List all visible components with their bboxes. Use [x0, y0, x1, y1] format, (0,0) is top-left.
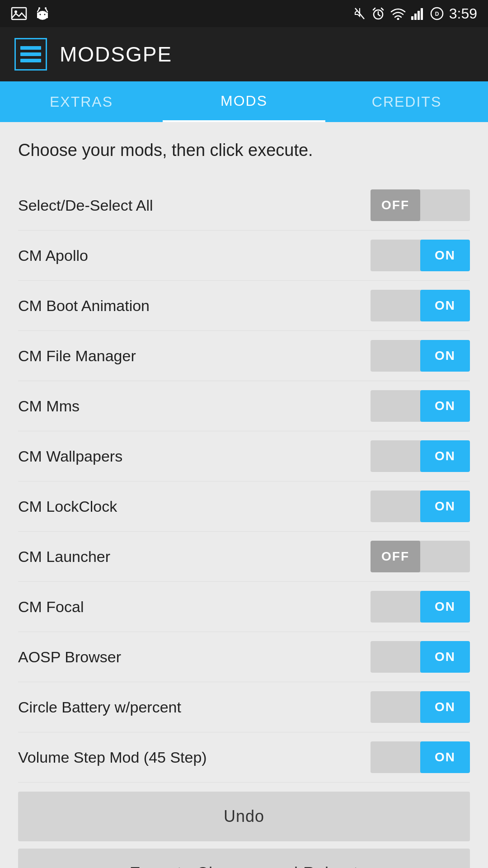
- toggle-cm-launcher[interactable]: OFF: [371, 541, 470, 572]
- mod-row-circle-battery: Circle Battery w/percentON: [18, 682, 470, 732]
- image-icon: [11, 5, 27, 22]
- mod-row-cm-wallpapers: CM WallpapersON: [18, 431, 470, 481]
- svg-line-15: [381, 8, 383, 10]
- instruction-text: Choose your mods, then click execute.: [18, 138, 470, 162]
- app-title: MODSGPE: [60, 42, 172, 66]
- tab-mods[interactable]: MODS: [163, 81, 325, 122]
- signal-icon: [411, 7, 425, 20]
- mod-label-volume-step: Volume Step Mod (45 Step): [18, 749, 207, 766]
- svg-text:D: D: [435, 11, 439, 17]
- toggle-thumb-cm-wallpapers: ON: [420, 440, 470, 472]
- svg-rect-17: [411, 16, 413, 20]
- tab-bar: EXTRAS MODS CREDITS: [0, 81, 488, 122]
- toggle-thumb-cm-focal: ON: [420, 591, 470, 623]
- mod-label-cm-boot-animation: CM Boot Animation: [18, 297, 150, 315]
- mod-list: Select/De-Select AllOFFCM ApolloONCM Boo…: [18, 180, 470, 783]
- app-bar: MODSGPE: [0, 27, 488, 81]
- toggle-circle-battery[interactable]: ON: [371, 691, 470, 723]
- mod-row-cm-focal: CM FocalON: [18, 582, 470, 632]
- mod-row-cm-boot-animation: CM Boot AnimationON: [18, 281, 470, 331]
- status-time: 3:59: [449, 5, 477, 22]
- svg-rect-20: [421, 8, 423, 20]
- toggle-cm-mms[interactable]: ON: [371, 390, 470, 422]
- toggle-thumb-cm-mms: ON: [420, 390, 470, 422]
- svg-rect-3: [37, 13, 48, 18]
- svg-point-8: [38, 7, 40, 9]
- toggle-thumb-cm-lockclock: ON: [420, 491, 470, 522]
- toggle-volume-step[interactable]: ON: [371, 741, 470, 773]
- svg-point-16: [397, 18, 399, 20]
- toggle-thumb-volume-step: ON: [420, 741, 470, 773]
- mod-label-cm-launcher: CM Launcher: [18, 548, 110, 566]
- mod-row-cm-file-manager: CM File ManagerON: [18, 331, 470, 381]
- tab-credits[interactable]: CREDITS: [325, 81, 488, 122]
- svg-rect-0: [12, 8, 26, 19]
- toggle-thumb-cm-launcher: OFF: [371, 541, 420, 572]
- mod-label-cm-lockclock: CM LockClock: [18, 498, 117, 515]
- mod-label-aosp-browser: AOSP Browser: [18, 648, 121, 666]
- tab-extras[interactable]: EXTRAS: [0, 81, 163, 122]
- toggle-cm-apollo[interactable]: ON: [371, 240, 470, 271]
- svg-line-6: [38, 9, 39, 12]
- toggle-thumb-select-all: OFF: [371, 189, 420, 221]
- logo-line-2: [20, 52, 41, 56]
- logo-line-3: [20, 59, 41, 62]
- mod-label-cm-file-manager: CM File Manager: [18, 347, 136, 365]
- status-bar-left-icons: [11, 5, 51, 22]
- svg-line-13: [378, 14, 380, 16]
- status-bar: D 3:59: [0, 0, 488, 27]
- toggle-thumb-cm-boot-animation: ON: [420, 290, 470, 321]
- toggle-cm-file-manager[interactable]: ON: [371, 340, 470, 372]
- mod-row-aosp-browser: AOSP BrowserON: [18, 632, 470, 682]
- mod-row-select-all: Select/De-Select AllOFF: [18, 180, 470, 231]
- toggle-thumb-aosp-browser: ON: [420, 641, 470, 673]
- execute-button[interactable]: Execute Changes and Reboot: [18, 849, 470, 868]
- svg-point-4: [40, 14, 41, 15]
- mod-row-cm-launcher: CM LauncherOFF: [18, 532, 470, 582]
- main-content: Choose your mods, then click execute. Se…: [0, 122, 488, 868]
- mod-label-cm-apollo: CM Apollo: [18, 247, 88, 264]
- mod-row-volume-step: Volume Step Mod (45 Step)ON: [18, 732, 470, 783]
- alarm-icon: [371, 6, 385, 21]
- mod-row-cm-lockclock: CM LockClockON: [18, 481, 470, 532]
- app-logo: [14, 38, 47, 71]
- undo-button[interactable]: Undo: [18, 792, 470, 841]
- mute-icon: [353, 6, 366, 21]
- data-icon: D: [430, 7, 444, 20]
- mod-row-cm-apollo: CM ApolloON: [18, 231, 470, 281]
- mod-row-cm-mms: CM MmsON: [18, 381, 470, 431]
- toggle-thumb-cm-file-manager: ON: [420, 340, 470, 372]
- toggle-cm-lockclock[interactable]: ON: [371, 491, 470, 522]
- status-bar-right-icons: D 3:59: [353, 5, 477, 22]
- mod-label-circle-battery: Circle Battery w/percent: [18, 698, 181, 716]
- toggle-cm-wallpapers[interactable]: ON: [371, 440, 470, 472]
- svg-point-9: [45, 7, 47, 9]
- svg-point-5: [44, 14, 46, 15]
- wifi-icon: [390, 7, 406, 20]
- svg-point-1: [14, 10, 17, 13]
- mod-label-cm-focal: CM Focal: [18, 598, 84, 616]
- svg-line-7: [46, 9, 47, 12]
- svg-rect-19: [418, 11, 420, 20]
- toggle-thumb-cm-apollo: ON: [420, 240, 470, 271]
- toggle-cm-boot-animation[interactable]: ON: [371, 290, 470, 321]
- toggle-select-all[interactable]: OFF: [371, 189, 470, 221]
- logo-line-1: [20, 46, 41, 50]
- android-icon: [34, 5, 51, 22]
- svg-rect-18: [414, 14, 417, 20]
- toggle-thumb-circle-battery: ON: [420, 691, 470, 723]
- mod-label-cm-wallpapers: CM Wallpapers: [18, 448, 122, 465]
- svg-line-14: [373, 8, 375, 10]
- mod-label-select-all: Select/De-Select All: [18, 197, 153, 214]
- toggle-cm-focal[interactable]: ON: [371, 591, 470, 623]
- toggle-aosp-browser[interactable]: ON: [371, 641, 470, 673]
- mod-label-cm-mms: CM Mms: [18, 397, 80, 415]
